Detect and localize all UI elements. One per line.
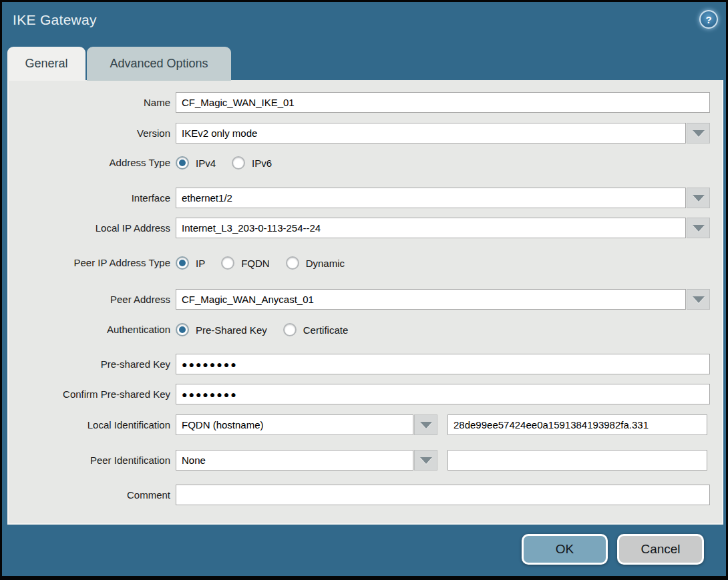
peer-address-input[interactable]: [176, 289, 686, 310]
version-label: Version: [9, 123, 170, 143]
authentication-row: Authentication Pre-Shared Key Certificat…: [9, 320, 722, 340]
confirm-pre-shared-key-input[interactable]: [176, 384, 710, 404]
radio-unselected-icon[interactable]: [283, 323, 297, 336]
ipv6-option-label: IPv6: [252, 158, 272, 169]
dialog-title: IKE Gateway: [13, 12, 97, 28]
chevron-down-icon: [420, 422, 432, 428]
local-identification-value-input[interactable]: [447, 414, 707, 435]
cancel-button[interactable]: Cancel: [617, 534, 704, 565]
name-row: Name: [9, 92, 722, 113]
comment-row: Comment: [9, 485, 722, 505]
authentication-label: Authentication: [9, 320, 170, 340]
local-ip-address-label: Local IP Address: [9, 218, 170, 238]
peer-identification-value-input[interactable]: [447, 450, 707, 471]
pre-shared-key-input[interactable]: [176, 354, 710, 374]
radio-unselected-icon[interactable]: [221, 256, 234, 270]
interface-label: Interface: [9, 188, 170, 208]
certificate-option-label: Certificate: [303, 324, 349, 336]
address-type-row: Address Type IPv4 IPv6: [9, 153, 722, 173]
auth-pre-shared-key-option[interactable]: Pre-Shared Key: [176, 323, 267, 336]
confirm-pre-shared-key-label: Confirm Pre-shared Key: [9, 384, 170, 404]
interface-input[interactable]: [176, 188, 686, 208]
peer-identification-label: Peer Identification: [9, 450, 170, 471]
radio-selected-icon[interactable]: [176, 323, 189, 336]
peer-type-ip-option[interactable]: IP: [176, 256, 205, 270]
confirm-pre-shared-key-row: Confirm Pre-shared Key: [9, 384, 722, 404]
chevron-down-icon: [693, 296, 705, 303]
interface-row: Interface: [9, 188, 722, 208]
peer-ip-address-type-row: Peer IP Address Type IP FQDN Dynamic: [9, 253, 722, 273]
version-dropdown-button[interactable]: [687, 123, 710, 143]
interface-dropdown-button[interactable]: [687, 188, 710, 208]
auth-certificate-option[interactable]: Certificate: [283, 323, 349, 336]
peer-type-dynamic-option[interactable]: Dynamic: [286, 256, 345, 270]
peer-identification-dropdown-button[interactable]: [414, 450, 437, 471]
name-input[interactable]: [176, 92, 710, 113]
tab-general[interactable]: General: [7, 47, 85, 81]
ip-option-label: IP: [196, 258, 205, 269]
general-tab-panel: Name Version Address Type IPv4: [7, 80, 723, 525]
fqdn-option-label: FQDN: [241, 258, 270, 269]
version-row: Version: [9, 123, 722, 143]
chevron-down-icon: [693, 130, 705, 137]
help-icon[interactable]: ?: [699, 10, 718, 29]
radio-selected-icon[interactable]: [176, 256, 189, 270]
chevron-down-icon: [420, 457, 432, 464]
comment-label: Comment: [9, 485, 170, 505]
local-identification-dropdown-button[interactable]: [414, 414, 437, 435]
local-identification-type-input[interactable]: [176, 414, 413, 435]
pre-shared-key-option-label: Pre-Shared Key: [196, 324, 267, 336]
pre-shared-key-row: Pre-shared Key: [9, 354, 722, 374]
address-type-label: Address Type: [9, 153, 170, 174]
local-identification-row: Local Identification: [9, 414, 722, 435]
ok-button[interactable]: OK: [522, 534, 608, 565]
name-label: Name: [9, 92, 170, 113]
peer-address-dropdown-button[interactable]: [687, 289, 710, 310]
radio-selected-icon[interactable]: [176, 156, 189, 170]
peer-ip-address-type-label: Peer IP Address Type: [9, 253, 170, 274]
ike-gateway-dialog: IKE Gateway ? General Advanced Options N…: [0, 0, 728, 580]
peer-address-label: Peer Address: [9, 289, 170, 310]
tab-advanced-options[interactable]: Advanced Options: [87, 47, 231, 81]
peer-identification-type-input[interactable]: [176, 450, 413, 471]
chevron-down-icon: [693, 225, 705, 232]
comment-input[interactable]: [176, 485, 710, 505]
dynamic-option-label: Dynamic: [306, 258, 345, 269]
radio-unselected-icon[interactable]: [286, 256, 299, 270]
address-type-ipv6-option[interactable]: IPv6: [232, 156, 272, 170]
peer-address-row: Peer Address: [9, 289, 722, 310]
peer-identification-row: Peer Identification: [9, 450, 722, 471]
local-ip-address-dropdown-button[interactable]: [687, 218, 710, 238]
peer-type-fqdn-option[interactable]: FQDN: [221, 256, 270, 270]
pre-shared-key-label: Pre-shared Key: [9, 354, 170, 374]
chevron-down-icon: [693, 195, 705, 202]
local-identification-label: Local Identification: [9, 414, 170, 435]
local-ip-address-input[interactable]: [176, 218, 686, 238]
address-type-ipv4-option[interactable]: IPv4: [176, 156, 216, 170]
ipv4-option-label: IPv4: [196, 158, 216, 169]
local-ip-address-row: Local IP Address: [9, 218, 722, 238]
radio-unselected-icon[interactable]: [232, 156, 245, 170]
version-input[interactable]: [176, 123, 686, 143]
